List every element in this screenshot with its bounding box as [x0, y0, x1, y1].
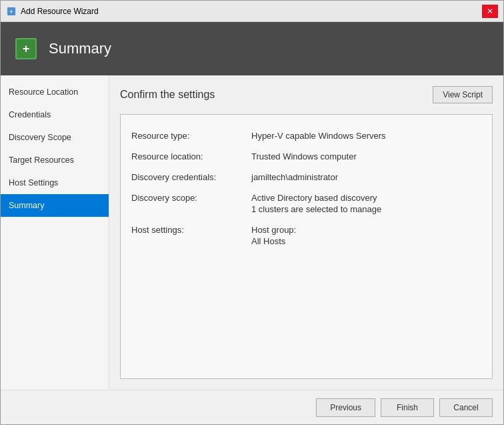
main-title: Confirm the settings	[120, 89, 215, 101]
settings-label: Resource type:	[131, 128, 251, 143]
sidebar-item-resource-location[interactable]: Resource Location	[1, 81, 109, 103]
title-bar: + Add Resource Wizard ✕	[1, 1, 503, 22]
view-script-button[interactable]: View Script	[433, 86, 493, 103]
header-title: Summary	[49, 40, 111, 57]
settings-box: Resource type:Hyper-V capable Windows Se…	[120, 114, 493, 379]
spacer-row	[131, 164, 481, 169]
wizard-window: + Add Resource Wizard ✕ + Summary Resour…	[0, 0, 504, 425]
settings-row: Resource type:Hyper-V capable Windows Se…	[131, 128, 481, 143]
header-icon: +	[14, 37, 38, 61]
window-icon: +	[6, 6, 17, 17]
cancel-button[interactable]: Cancel	[439, 398, 493, 417]
svg-text:+: +	[9, 8, 13, 15]
settings-label: Discovery scope:	[131, 190, 251, 217]
settings-sub-value: All Hosts	[251, 236, 481, 246]
settings-value: Hyper-V capable Windows Servers	[251, 128, 481, 143]
title-bar-left: + Add Resource Wizard	[6, 6, 99, 17]
close-button[interactable]: ✕	[482, 5, 498, 18]
spacer-row	[131, 143, 481, 149]
settings-row: Discovery credentials:jamiltech\administ…	[131, 169, 481, 185]
sidebar-item-summary[interactable]: Summary	[1, 194, 109, 217]
spacer-row	[131, 185, 481, 190]
settings-label: Host settings:	[131, 222, 251, 249]
finish-button[interactable]: Finish	[381, 398, 434, 417]
main-header: Confirm the settings View Script	[120, 86, 493, 103]
settings-value: Trusted Windows computer	[251, 149, 481, 164]
svg-text:+: +	[23, 42, 30, 55]
settings-label: Resource location:	[131, 149, 251, 164]
previous-button[interactable]: Previous	[316, 398, 375, 417]
settings-value: Host group:All Hosts	[251, 222, 481, 249]
settings-row: Discovery scope:Active Directory based d…	[131, 190, 481, 217]
settings-sub-value: 1 clusters are selected to manage	[251, 204, 481, 214]
wizard-content: Resource Location Credentials Discovery …	[1, 75, 503, 390]
wizard-header: + Summary	[1, 22, 503, 75]
settings-row: Resource location:Trusted Windows comput…	[131, 149, 481, 164]
settings-label: Discovery credentials:	[131, 169, 251, 185]
settings-value: jamiltech\administrator	[251, 169, 481, 185]
settings-table: Resource type:Hyper-V capable Windows Se…	[131, 128, 481, 249]
sidebar: Resource Location Credentials Discovery …	[1, 75, 109, 390]
sidebar-item-target-resources[interactable]: Target Resources	[1, 149, 109, 171]
sidebar-item-credentials[interactable]: Credentials	[1, 103, 109, 126]
sidebar-item-discovery-scope[interactable]: Discovery Scope	[1, 126, 109, 149]
sidebar-item-host-settings[interactable]: Host Settings	[1, 171, 109, 194]
window-title: Add Resource Wizard	[21, 7, 99, 16]
settings-row: Host settings:Host group:All Hosts	[131, 222, 481, 249]
settings-value: Active Directory based discovery1 cluste…	[251, 190, 481, 217]
spacer-row	[131, 217, 481, 222]
wizard-footer: Previous Finish Cancel	[1, 390, 503, 424]
main-content: Confirm the settings View Script Resourc…	[109, 75, 503, 390]
